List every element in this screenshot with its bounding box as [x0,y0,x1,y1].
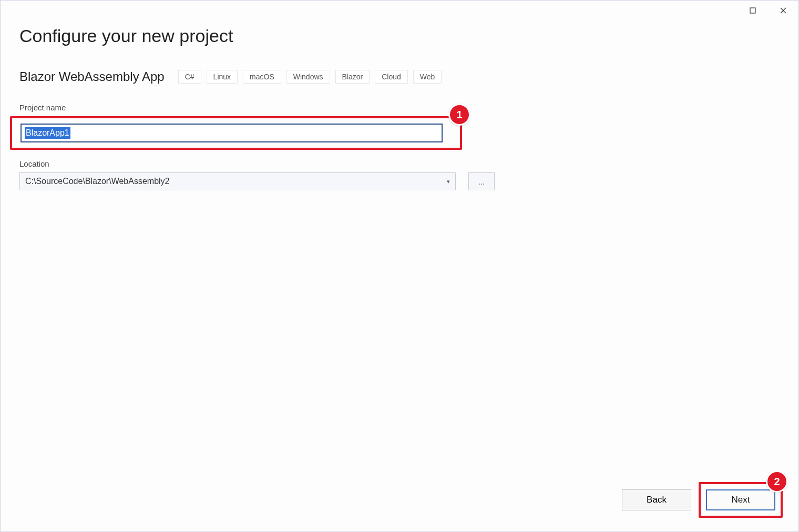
close-button[interactable] [771,3,795,18]
maximize-button[interactable] [741,3,765,18]
chevron-down-icon: ▾ [447,178,450,185]
next-button[interactable]: Next [706,489,775,510]
tag: Web [413,70,442,84]
location-combobox[interactable]: C:\SourceCode\Blazor\WebAssembly2 ▾ [19,172,456,190]
project-name-label: Project name [19,103,777,112]
page-title: Configure your new project [19,26,777,46]
browse-button[interactable]: ... [468,172,495,190]
tag: C# [178,70,201,84]
tag: Blazor [335,70,370,84]
template-name: Blazor WebAssembly App [19,69,165,84]
location-label: Location [19,159,777,168]
callout-badge-2: 2 [766,470,788,493]
tag: macOS [243,70,281,84]
maximize-icon [750,7,756,14]
tag: Cloud [375,70,408,84]
tag: Windows [286,70,330,84]
location-value: C:\SourceCode\Blazor\WebAssembly2 [25,177,170,186]
svg-rect-0 [750,8,755,13]
close-icon [780,7,786,14]
callout-1: 1 BlazorApp1 [10,116,462,150]
callout-badge-1: 1 [448,104,470,126]
tag: Linux [207,70,238,84]
back-button[interactable]: Back [622,489,691,510]
template-row: Blazor WebAssembly App C# Linux macOS Wi… [19,69,777,84]
callout-2: 2 Next [699,482,783,518]
project-name-input[interactable] [21,124,443,142]
